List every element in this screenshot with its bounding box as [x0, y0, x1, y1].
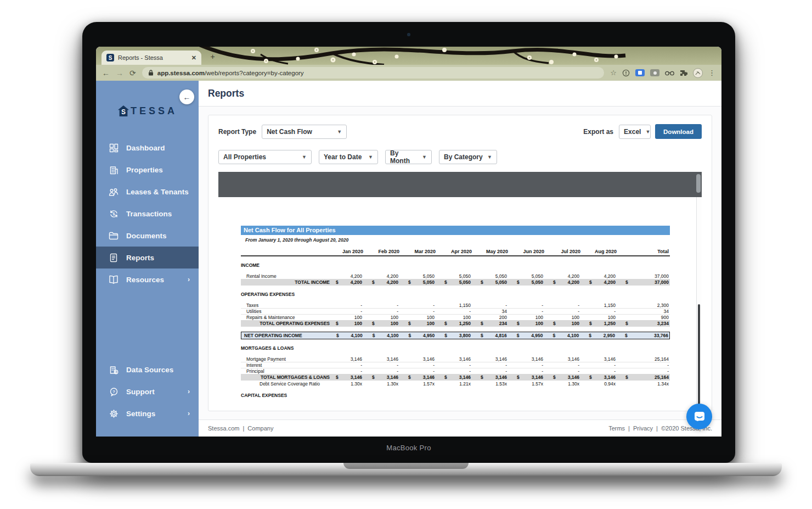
cell-value: $4,100: [332, 333, 368, 338]
cell-value: $234: [476, 321, 512, 326]
footer-link[interactable]: Company: [247, 425, 273, 432]
sidebar-item-dashboard[interactable]: Dashboard: [96, 137, 199, 159]
browser-menu-icon[interactable]: ⋮: [708, 69, 715, 77]
sidebar-item-transactions[interactable]: $Transactions: [96, 203, 199, 225]
cell-value: 4,200: [331, 273, 368, 279]
footer-link[interactable]: Privacy: [633, 425, 653, 432]
footer-link[interactable]: Terms: [608, 425, 625, 432]
cell-value: $3,146: [404, 374, 440, 380]
chat-launcher-button[interactable]: [686, 404, 712, 429]
column-header: May 2020: [476, 249, 512, 254]
chevron-down-icon: ▼: [368, 154, 373, 160]
back-icon[interactable]: ←: [102, 69, 110, 77]
extensions-puzzle-icon[interactable]: [680, 69, 687, 77]
tab-close-icon[interactable]: ✕: [191, 54, 196, 61]
viewer-scroll-thumb[interactable]: [698, 304, 700, 411]
sidebar-item-support[interactable]: ?Support›: [96, 381, 199, 402]
export-format-select[interactable]: Excel▼: [619, 125, 651, 139]
cell-value: $3,146: [331, 374, 368, 380]
info-extension-icon[interactable]: [622, 69, 630, 77]
cell-value: 100: [368, 315, 404, 320]
cell-value: $2,950: [584, 333, 621, 338]
table-row-mortgages-loans: MORTGAGES & LOANS: [241, 345, 670, 351]
report-title-bar: Net Cash Flow for All Properties: [241, 226, 670, 235]
cell-value: 200: [476, 315, 512, 320]
sidebar-item-properties[interactable]: Properties: [96, 159, 199, 181]
cell-value: -: [476, 368, 512, 374]
stessa-favicon-icon: S: [106, 54, 114, 61]
stessa-app: ← S TESSA DashboardPropertiesLeases & Te…: [96, 81, 721, 437]
sidebar-item-reports[interactable]: Reports: [96, 247, 199, 269]
cell-value: 25,164: [621, 356, 670, 362]
cell-value: -: [512, 362, 549, 368]
sidebar: S TESSA DashboardPropertiesLeases & Tena…: [96, 81, 199, 437]
cell-value: 1.57x: [512, 381, 549, 387]
filter-select-all-properties[interactable]: All Properties▼: [218, 150, 312, 164]
cell-value: $100: [549, 321, 585, 326]
column-header: Jan 2020: [331, 249, 368, 254]
viewer-scroll-thumb-top[interactable]: [696, 174, 701, 193]
table-row-utilities: Utilities----34---34: [241, 308, 670, 314]
profile-avatar[interactable]: [693, 68, 703, 78]
row-label: NET OPERATING INCOME: [241, 333, 332, 338]
cell-value: -: [440, 362, 476, 368]
resources-icon: [109, 275, 119, 284]
sidebar-item-data-sources[interactable]: $Data Sources: [96, 359, 199, 381]
viewer-scrollbar[interactable]: [696, 197, 702, 411]
sidebar-item-leases-tenants[interactable]: Leases & Tenants: [96, 181, 199, 203]
sidebar-item-settings[interactable]: Settings›: [96, 402, 199, 424]
column-header: Jul 2020: [549, 249, 585, 254]
chevron-right-icon: ›: [188, 410, 190, 417]
download-button[interactable]: Download: [655, 124, 702, 139]
sidebar-bottom-menu: $Data Sources?Support›Settings›: [96, 359, 199, 437]
cell-value: $4,200: [368, 279, 404, 285]
url-bar[interactable]: app.stessa.com/web/reports?category=by-c…: [142, 67, 605, 79]
cell-value: 4,200: [585, 273, 621, 279]
report-subtitle: From January 1, 2020 through August 20, …: [245, 237, 670, 243]
data-sources-icon: $: [109, 365, 119, 374]
row-label: TOTAL INCOME: [241, 279, 331, 285]
row-label: TOTAL MORTGAGES & LOANS: [241, 374, 331, 380]
cell-value: -: [476, 303, 512, 308]
cell-value: $4,100: [549, 333, 585, 338]
leases-tenants-icon: [109, 187, 119, 197]
cell-value: -: [585, 368, 621, 374]
app-footer: Stessa.com|Company Terms|Privacy|©2020 S…: [199, 419, 721, 437]
forward-icon[interactable]: →: [116, 69, 123, 77]
glasses-extension-icon[interactable]: [665, 70, 674, 76]
bookmark-star-icon[interactable]: ☆: [610, 69, 617, 77]
cell-value: -: [404, 303, 440, 308]
browser-toolbar: ← → ⟳ app.stessa.com/web/reports?categor…: [96, 65, 721, 81]
cell-value: -: [476, 362, 512, 368]
column-header: Apr 2020: [440, 249, 476, 254]
filter-select-by-month[interactable]: By Month▼: [385, 150, 432, 164]
properties-icon: [109, 165, 119, 175]
filter-select-by-category[interactable]: By Category▼: [439, 150, 497, 164]
collapse-sidebar-button[interactable]: ←: [179, 90, 194, 104]
cell-value: $4,200: [585, 279, 621, 285]
report-type-select[interactable]: Net Cash Flow▼: [262, 125, 347, 139]
browser-tab[interactable]: S Reports - Stessa ✕: [101, 51, 201, 65]
sidebar-item-resources[interactable]: Resources›: [96, 269, 199, 290]
cell-value: $5,050: [440, 279, 476, 285]
cell-value: -: [549, 362, 585, 368]
footer-separator: |: [243, 425, 244, 432]
reload-icon[interactable]: ⟳: [129, 69, 136, 77]
cell-value: 1.21x: [440, 381, 476, 387]
cell-value: 4,200: [549, 273, 585, 279]
browser-window: S Reports - Stessa ✕ + ← → ⟳ app.stessa.…: [96, 47, 721, 437]
reading-list-extension-icon[interactable]: [635, 69, 645, 76]
device-label: MacBook Pro: [82, 444, 735, 452]
sidebar-item-label: Transactions: [126, 210, 172, 218]
footer-link[interactable]: Stessa.com: [208, 425, 239, 432]
row-label: Taxes: [241, 303, 331, 308]
stessa-logo-text: TESSA: [131, 105, 177, 117]
screenshot-extension-icon[interactable]: [650, 69, 659, 76]
new-tab-button[interactable]: +: [208, 53, 217, 62]
sidebar-item-documents[interactable]: Documents: [96, 225, 199, 247]
cell-value: $4,100: [368, 333, 404, 338]
laptop-base-notch: [343, 463, 469, 469]
cell-value: -: [368, 368, 404, 374]
cell-value: 100: [440, 315, 476, 320]
filter-select-year-to-date[interactable]: Year to Date▼: [319, 150, 378, 164]
